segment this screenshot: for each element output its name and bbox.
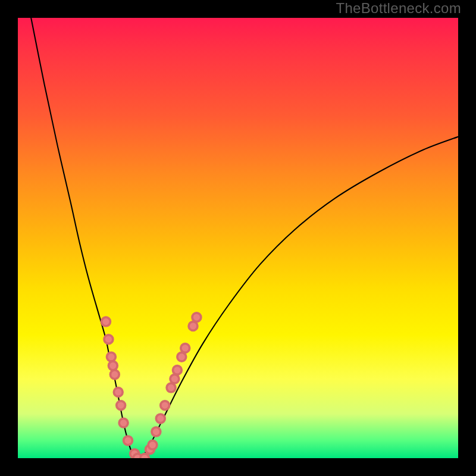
curve-marker (117, 401, 126, 410)
curve-marker (170, 374, 179, 383)
curve-marker (177, 352, 186, 361)
curve-marker (107, 352, 115, 361)
curve-marker (152, 427, 161, 436)
curve-marker (124, 436, 133, 445)
curve-marker (173, 366, 181, 375)
curve-marker (108, 361, 117, 370)
curve-marker (189, 322, 198, 331)
curve-marker (181, 344, 190, 353)
curve-marker (192, 313, 201, 322)
curve-marker (148, 440, 157, 449)
watermark-text: TheBottleneck.com (336, 0, 461, 17)
curve-marker (156, 414, 165, 423)
curve-marker (140, 454, 149, 458)
curve-marker (110, 370, 119, 379)
curve-marker (161, 401, 170, 410)
plot-area (18, 18, 458, 458)
chart-frame: TheBottleneck.com (0, 0, 476, 476)
curve-marker (102, 317, 111, 326)
curve-marker (167, 383, 176, 392)
curve-marker (114, 388, 123, 397)
curve-marker (104, 335, 113, 344)
bottleneck-curve-path (31, 18, 458, 458)
bottleneck-curve-svg (18, 18, 458, 458)
curve-marker (119, 418, 128, 427)
